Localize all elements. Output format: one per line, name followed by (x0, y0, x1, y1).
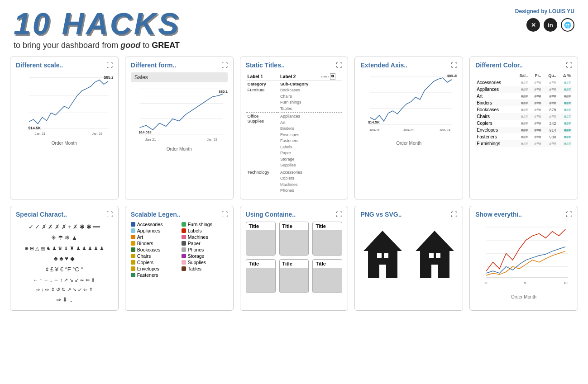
legend-label: Tables (188, 266, 201, 271)
card6-chars: ✓ ✓ ✗ ✗ ✗ ✗ + ✗ ✱ ✱ ━━ ✳ ☂ ❄ ▲ ⊕ ⊞ △ ▤ ♞… (16, 222, 113, 306)
table-row: Chairs############ (475, 113, 572, 120)
card8-title: Using Containe.. (246, 211, 296, 218)
card-different-form: Different form.. ⛶ Sales $85,175 $14,518… (125, 57, 234, 199)
linkedin-icon[interactable]: in (544, 18, 557, 32)
svg-text:5: 5 (524, 281, 526, 285)
card2-title: Different form.. (131, 62, 176, 69)
legend-labels: Labels (182, 228, 228, 233)
container-box-1: Title (246, 222, 276, 256)
table-row: Technology AccessoriesCopiersMachinesPho… (246, 169, 343, 194)
card1-header: Different scale.. ⛶ (16, 62, 113, 69)
svg-text:Jan-21: Jan-21 (35, 132, 46, 136)
card6-expand[interactable]: ⛶ (106, 211, 113, 218)
table-row: OfficeSupplies AppliancesArtBindersEnvel… (246, 113, 343, 169)
card5-header: Different Color.. ⛶ (475, 62, 572, 69)
card2-svg: $85,175 $14,518 Jan-21 Jan-23 (131, 85, 228, 144)
svg-text:Jan-24: Jan-24 (440, 128, 451, 132)
table-row: Category Sub-Category (246, 81, 343, 87)
svg-text:$85.2K: $85.2K (104, 75, 112, 80)
container-body-6 (313, 268, 342, 293)
svg-rect-27 (384, 253, 388, 258)
card4-expand[interactable]: ⛶ (451, 62, 457, 69)
legend-accessories: Accessories (131, 222, 177, 227)
container-box-6: Title (312, 259, 342, 293)
card6-header: Special Charact.. ⛶ (16, 211, 113, 218)
svg-marker-28 (416, 231, 454, 278)
legend-label: Envelopes (137, 266, 159, 271)
svg-text:$85.2K: $85.2K (447, 74, 457, 78)
table-row: Fasteners######980### (475, 133, 572, 140)
chars-line6: ← ↑ → ↓ ↔ ↑ ↗ ↘ ↙ ↚ ⇐ ⇑ (16, 275, 113, 285)
legend-label: Fasteners (137, 272, 158, 278)
legend-dot (182, 228, 186, 233)
legend-label: Machines (188, 234, 208, 240)
svg-text:Jan-22: Jan-22 (403, 128, 415, 132)
table-row: Appliances############ (475, 86, 572, 93)
chars-line1: ✓ ✓ ✗ ✗ ✗ ✗ + ✗ ✱ ✱ ━━ (16, 222, 113, 233)
copy-icon[interactable]: ⧉ (330, 73, 335, 80)
card-static-titles: Static Titles.. ⛶ Label 1 Label 2 ......… (240, 57, 349, 199)
dashboard-grid: Different scale.. ⛶ $85.2K $14.5K Jan-21… (0, 50, 588, 317)
legend-label: Binders (137, 241, 153, 246)
legend-label: Art (137, 234, 143, 240)
card2-expand[interactable]: ⛶ (221, 62, 228, 69)
chars-line4: ♣ ♣ ♥ ◆ (16, 253, 113, 265)
table-row: Art############ (475, 93, 572, 100)
container-title-2: Title (280, 222, 309, 230)
legend-dot (131, 247, 135, 252)
chars-line8: ⇒ ⇓ .. (16, 294, 113, 306)
legend-label: Copiers (137, 260, 153, 265)
table-row: Accessories############ (475, 79, 572, 86)
container-body-1 (246, 230, 275, 255)
chars-line3: ⊕ ⊞ △ ▤ ♞ ♟ ♛ ♝ ♜ ♟ ♟ ♟ ♟ ♟ (16, 244, 113, 253)
card4-svg: $85.2K $14.5K Jan-20 Jan-22 Jan-24 (360, 72, 457, 138)
container-body-2 (280, 230, 309, 255)
legend-machines: Machines (182, 234, 228, 240)
table-row: Furnishings############ (475, 140, 572, 147)
card5-expand[interactable]: ⛶ (566, 62, 572, 69)
twitter-icon[interactable]: ✕ (526, 18, 540, 32)
card2-x-label: Order Month (131, 147, 228, 152)
card10-svg: 0 5 10 (475, 222, 572, 292)
globe-icon[interactable]: 🌐 (561, 18, 574, 32)
card-different-scale: Different scale.. ⛶ $85.2K $14.5K Jan-21… (10, 57, 119, 199)
col3-header: ...... ⧉ (320, 72, 343, 81)
card4-title: Extended Axis.. (360, 62, 407, 69)
svg-rect-30 (436, 253, 440, 258)
card6-title: Special Charact.. (16, 211, 67, 218)
card7-header: Scalable Legen.. ⛶ (131, 211, 228, 218)
col1-header: Label 1 (246, 72, 278, 81)
container-title-1: Title (246, 222, 275, 230)
legend-dot (131, 235, 135, 239)
card3-expand[interactable]: ⛶ (336, 62, 342, 69)
legend-dot (131, 228, 135, 233)
svg-text:Jan-23: Jan-23 (207, 137, 218, 142)
table-row: Envelopes######914### (475, 127, 572, 133)
legend-envelopes: Envelopes (131, 266, 177, 271)
legend-dot (182, 260, 186, 265)
col-name (475, 72, 513, 79)
legend-furnishings: Furnishings (182, 222, 228, 227)
legend-dot (182, 254, 186, 258)
chars-line5: ¢ £ ¥ € °F °C ° (16, 264, 113, 275)
legend-dot (131, 241, 135, 246)
card2-search[interactable]: Sales (131, 72, 228, 82)
container-body-5 (280, 268, 309, 293)
logo-area: 10 HACKS to bring your dashboard from go… (14, 8, 180, 50)
container-body-4 (246, 268, 275, 293)
card1-expand[interactable]: ⛶ (106, 62, 113, 69)
card10-expand[interactable]: ⛶ (566, 211, 572, 218)
card9-expand[interactable]: ⛶ (451, 211, 457, 218)
svg-text:$14,518: $14,518 (139, 130, 152, 134)
svg-marker-25 (363, 231, 402, 278)
card8-expand[interactable]: ⛶ (336, 211, 342, 218)
legend-label: Accessories (137, 222, 163, 227)
card10-header: Show everythi.. ⛶ (475, 211, 572, 218)
container-title-5: Title (280, 260, 309, 268)
card-different-color: Different Color.. ⛶ Sal.. Pr.. Qu.. Δ % … (469, 57, 578, 199)
container-box-4: Title (246, 259, 276, 293)
card7-expand[interactable]: ⛶ (221, 211, 228, 218)
card3-header: Static Titles.. ⛶ (246, 62, 343, 69)
card-show-everything: Show everythi.. ⛶ 0 5 10 (469, 206, 578, 311)
designer-area: Designed by LOUIS YU ✕ in 🌐 (515, 8, 574, 32)
